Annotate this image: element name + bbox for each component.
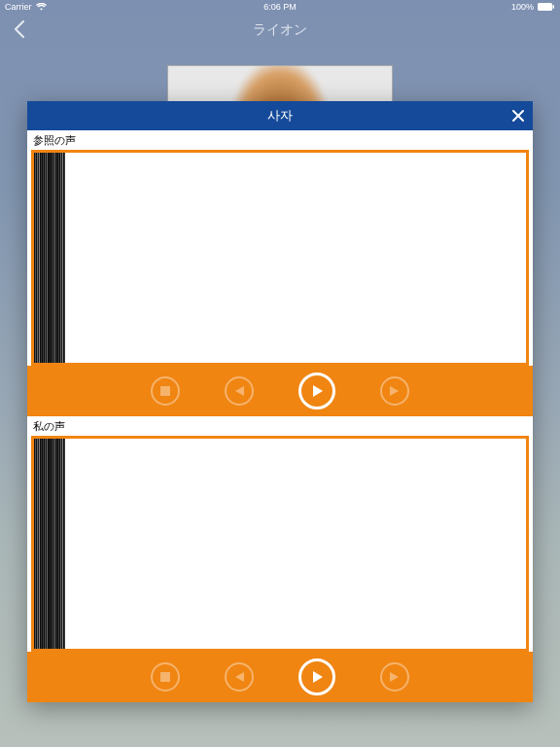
status-time: 6:06 PM <box>263 2 297 12</box>
dialog-header: 사자 <box>27 101 533 130</box>
status-left: Carrier <box>5 2 47 12</box>
reference-controls <box>27 366 533 416</box>
reference-stop-button[interactable] <box>151 376 180 406</box>
dialog-title: 사자 <box>267 107 293 124</box>
reference-viewer[interactable] <box>31 150 529 366</box>
section-reference: 参照の声 <box>27 130 533 416</box>
page-title: ライオン <box>253 21 307 39</box>
svg-rect-2 <box>160 386 170 396</box>
reference-next-button[interactable] <box>380 376 409 406</box>
mine-viewer-wrap <box>27 436 533 652</box>
status-bar: Carrier 6:06 PM 100% <box>0 0 560 14</box>
svg-rect-0 <box>538 3 552 11</box>
carrier-label: Carrier <box>5 2 32 12</box>
dialog-body: 参照の声 <box>27 130 533 702</box>
reference-label: 参照の声 <box>27 130 533 150</box>
section-mine: 私の声 <box>27 416 533 702</box>
nav-bar: ライオン <box>0 16 560 45</box>
mine-prev-button[interactable] <box>225 662 254 692</box>
back-button[interactable] <box>10 19 29 39</box>
mine-play-button[interactable] <box>298 658 335 695</box>
status-right: 100% <box>511 2 555 12</box>
wifi-icon <box>36 3 47 11</box>
mine-spectrogram <box>34 439 65 649</box>
reference-spectrogram <box>34 153 65 363</box>
close-button[interactable] <box>504 101 533 130</box>
battery-icon <box>538 3 555 11</box>
mine-next-button[interactable] <box>380 662 409 692</box>
mine-label: 私の声 <box>27 416 533 436</box>
compare-dialog: 사자 参照の声 <box>27 101 533 702</box>
reference-play-button[interactable] <box>298 373 335 409</box>
mine-stop-button[interactable] <box>151 662 180 692</box>
reference-viewer-wrap <box>27 150 533 366</box>
battery-label: 100% <box>511 2 534 12</box>
mine-viewer[interactable] <box>31 436 529 652</box>
svg-rect-1 <box>553 5 555 9</box>
reference-prev-button[interactable] <box>225 376 254 406</box>
svg-rect-3 <box>160 672 170 682</box>
mine-controls <box>27 652 533 702</box>
